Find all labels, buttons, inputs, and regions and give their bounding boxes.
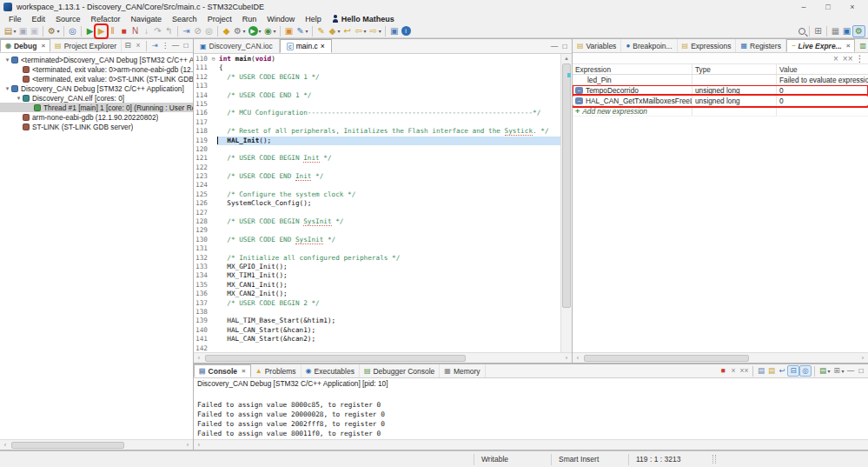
view-tab-project-explorer[interactable]: ▤Project Explorer — [50, 39, 122, 52]
remove-expression-button[interactable]: × — [830, 52, 841, 64]
code-line[interactable]: 112 /* USER CODE BEGIN 1 */ — [194, 73, 560, 82]
view-menu-button[interactable]: ⋮ — [160, 40, 170, 51]
user-account[interactable]: Hello Matheus — [327, 15, 400, 23]
restart-button[interactable]: ▶ — [84, 25, 96, 37]
scroll-left-icon[interactable]: ‹ — [194, 442, 204, 448]
code-line[interactable]: 121 /* USER CODE BEGIN Init */ — [194, 154, 560, 163]
remove-all-expressions-button[interactable]: ×× — [841, 52, 854, 64]
last-edit-location-button[interactable]: ↩ — [341, 25, 353, 37]
new-wizard-button[interactable]: ▤▾ — [3, 25, 17, 37]
skip-all-breakpoints-button[interactable]: ⊘ — [192, 25, 203, 37]
maximize-button[interactable]: □ — [856, 365, 866, 377]
expander-icon[interactable]: ▾ — [3, 85, 11, 92]
terminate-button[interactable]: ■ — [118, 25, 129, 37]
console-tab-problems[interactable]: ▲Problems — [251, 364, 301, 377]
code-line[interactable]: 124 — [194, 181, 560, 190]
menu-file[interactable]: File — [3, 15, 27, 23]
code-line[interactable]: 127 — [194, 209, 560, 217]
information-button[interactable]: i — [400, 25, 412, 37]
console-tab-memory[interactable]: ▦Memory — [440, 364, 485, 377]
code-line[interactable]: 123 /* USER CODE END Init */ — [194, 172, 560, 181]
display-selected-console-button[interactable]: ▤▾ — [818, 365, 832, 377]
restart-process-button[interactable]: ◎ — [203, 25, 215, 37]
add-expression-row[interactable]: +Add new expression — [573, 106, 868, 117]
suspend-button[interactable]: ‖ — [107, 25, 118, 37]
expander-icon[interactable]: ▾ — [15, 95, 23, 102]
editor-presentation-button[interactable]: ▣ — [388, 25, 400, 37]
code-line[interactable]: 131 — [194, 244, 560, 253]
show-console-stderr-button[interactable]: ▤ — [766, 365, 777, 377]
run-button[interactable]: ▶▾ — [247, 25, 262, 37]
code-line[interactable]: 110⊖int main(void) — [194, 55, 560, 63]
editor-hscrollbar[interactable]: ‹ › — [194, 352, 572, 363]
menu-run[interactable]: Run — [237, 15, 262, 23]
menu-source[interactable]: Source — [50, 15, 86, 23]
code-line[interactable]: 140 HAL_CAN_Start(&hcan1); — [194, 326, 560, 335]
debug-perspective-button[interactable]: ⚙ — [852, 25, 865, 37]
maximize-button[interactable]: □ — [560, 41, 570, 52]
scroll-right-icon[interactable]: › — [858, 355, 868, 361]
maximize-window-button[interactable]: □ — [816, 3, 840, 11]
fold-marker-icon[interactable]: ⊖ — [209, 55, 217, 63]
code-line[interactable]: 129 — [194, 226, 560, 235]
close-icon[interactable]: × — [242, 367, 246, 375]
expression-row[interactable]: ~TempoDecorridounsigned long0 — [573, 85, 868, 96]
editor-vscrollbar[interactable]: ▲ — [560, 54, 572, 352]
console-tab-executables[interactable]: ◉Executables — [301, 364, 360, 377]
code-line[interactable]: 118 /* Reset of all peripherals, Initial… — [194, 127, 560, 136]
view-tab-registers[interactable]: ▦Registers — [736, 39, 785, 52]
code-line[interactable]: 119 HAL_Init(); — [194, 137, 560, 145]
close-icon[interactable]: × — [846, 42, 851, 50]
code-line[interactable]: 115 — [194, 100, 560, 109]
view-menu-button[interactable]: ⋮ — [854, 52, 865, 64]
debug-tree-row[interactable]: <terminated, exit value: 0>arm-none-eabi… — [0, 64, 193, 74]
step-into-button[interactable]: ↓ — [141, 25, 152, 37]
code-line[interactable]: 139 HAL_TIM_Base_Start(&htim1); — [194, 317, 560, 325]
code-line[interactable]: 142 — [194, 344, 560, 353]
scrollbar-thumb[interactable] — [584, 355, 749, 362]
expander-icon[interactable]: ▾ — [3, 57, 11, 63]
debug-tree-row[interactable]: arm-none-eabi-gdb (12.1.90.20220802) — [0, 112, 193, 122]
search-button[interactable] — [797, 25, 806, 37]
scrollbar-thumb[interactable] — [205, 355, 466, 362]
debug-button[interactable]: ◉▾ — [262, 25, 277, 37]
back-button[interactable]: ⇦▾ — [353, 25, 368, 37]
show-console-stdout-button[interactable]: ▤ — [756, 365, 766, 377]
device-config-perspective-button[interactable]: ▣ — [841, 25, 852, 37]
external-tools-button[interactable]: ▣ — [283, 25, 295, 37]
maximize-button[interactable]: □ — [181, 40, 191, 51]
editor-tab-discovery-can-ioc[interactable]: ▣Discovery_CAN.ioc — [194, 39, 280, 53]
expression-row[interactable]: ~HAL_CAN_GetTxMailboxesFreeLunsigned lon… — [573, 96, 868, 106]
scroll-left-icon[interactable]: ‹ — [0, 442, 10, 448]
debug-tree-row[interactable]: ▾Discovery_CAN.elf [cores: 0] — [0, 93, 193, 103]
view-tab-variables[interactable]: ▤Variables — [573, 39, 621, 52]
resume-button[interactable]: ▶ — [96, 25, 107, 37]
close-icon[interactable]: × — [41, 42, 45, 50]
code-line[interactable]: 113 — [194, 82, 560, 90]
view-tab-debug[interactable]: ◉Debug× — [0, 39, 50, 52]
menu-edit[interactable]: Edit — [27, 15, 51, 23]
minimize-button[interactable]: — — [170, 40, 181, 51]
menu-window[interactable]: Window — [262, 15, 300, 23]
code-line[interactable]: 138 — [194, 308, 560, 317]
code-line[interactable]: 116 /* MCU Configuration----------------… — [194, 109, 560, 117]
debug-tree-row[interactable]: <terminated, exit value: 0>ST-LINK (ST-L… — [0, 74, 193, 83]
code-line[interactable]: 137 /* USER CODE BEGIN 2 */ — [194, 299, 560, 308]
minimize-button[interactable]: — — [845, 365, 856, 377]
remove-launch-button[interactable]: × — [728, 365, 739, 377]
build-button[interactable]: ⚙▾ — [46, 25, 61, 37]
view-tab-sfrs[interactable]: ▥SFRs — [855, 39, 868, 52]
open-element-button[interactable]: ◎ — [67, 25, 78, 37]
code-line[interactable]: 125 /* Configure the system clock */ — [194, 190, 560, 199]
live-expressions-hscrollbar[interactable]: ‹ › — [573, 352, 868, 363]
code-line[interactable]: 135 MX_CAN1_Init(); — [194, 281, 560, 290]
open-perspective-button[interactable]: ⊞ — [812, 25, 824, 37]
show-next-suspended-thread-button[interactable]: ⇥ — [149, 40, 160, 51]
remove-all-terminated-button[interactable]: ×× — [739, 365, 750, 377]
column-header-expression[interactable]: Expression — [573, 64, 692, 74]
step-return-button[interactable]: ↰ — [163, 25, 175, 37]
scroll-right-icon[interactable]: › — [561, 355, 572, 361]
console-tab-console[interactable]: ▤Console× — [194, 364, 251, 377]
debug-panel-hscrollbar[interactable]: ‹ › — [0, 439, 193, 450]
search-history-button[interactable]: ◆▾ — [327, 25, 341, 37]
